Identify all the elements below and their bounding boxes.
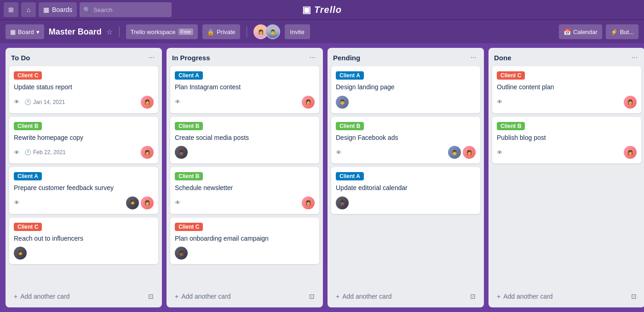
add-card-label: Add another card — [503, 293, 552, 300]
invite-button[interactable]: Invite — [285, 24, 310, 39]
calendar-icon: 📅 — [564, 29, 571, 35]
list-header: Done ··· — [489, 48, 644, 66]
card-avatars: 👩 — [141, 96, 154, 109]
add-card-button[interactable]: + Add another card ⊡ — [170, 289, 319, 304]
card-c4[interactable]: Client C Reach out to influencers 🧔 — [9, 218, 158, 265]
plus-icon: + — [175, 293, 178, 300]
card-avatars: 🧔 — [14, 247, 27, 260]
client-badge: Client A — [336, 172, 364, 180]
card-footer: 👁 👩 — [497, 146, 637, 159]
boards-button[interactable]: ▦ Boards — [39, 2, 77, 17]
client-badge: Client B — [175, 172, 203, 180]
client-badge: Client C — [497, 71, 525, 80]
card-avatar: 👩 — [463, 146, 476, 159]
board-menu-label: Board — [18, 29, 34, 35]
private-button[interactable]: 🔒 Private — [202, 24, 240, 39]
free-badge: Free — [178, 29, 194, 35]
calendar-button[interactable]: 📅 Calendar — [559, 24, 602, 39]
card-c7[interactable]: Client B Schedule newsletter 👁 👩 — [170, 167, 319, 214]
board-title: Master Board — [49, 27, 102, 37]
clock-icon: 🕐 — [24, 99, 31, 105]
card-c3[interactable]: Client A Prepare customer feedback surve… — [9, 167, 158, 214]
card-avatars: 👨 — [336, 96, 349, 109]
card-meta: 👁🕐Jan 14, 2021 — [14, 98, 65, 105]
list-header: To Do ··· — [6, 48, 162, 66]
card-title: Plan Instagram contest — [175, 83, 315, 92]
card-footer: 👁 👩 — [175, 96, 315, 109]
card-meta: 👁 — [14, 199, 20, 206]
list-inprogress: In Progress ··· Client A Plan Instagram … — [167, 48, 323, 307]
top-nav: ⊞ ⌂ ▦ Boards 🔍 ▣ Trello — [0, 0, 644, 20]
list-menu-button[interactable]: ··· — [147, 52, 156, 63]
card-avatars: 👨🏾 — [175, 247, 188, 260]
card-c8[interactable]: Client C Plan onboarding email campaign … — [170, 218, 319, 265]
card-meta: 👁 — [175, 98, 181, 105]
client-badge: Client B — [336, 122, 364, 130]
grid-menu-button[interactable]: ⊞ — [4, 2, 18, 17]
card-footer: 👨 — [336, 96, 476, 109]
card-c2[interactable]: Client B Rewrite homepage copy 👁🕐Feb 22,… — [9, 117, 158, 164]
client-badge: Client C — [175, 223, 203, 231]
card-avatar: 👩 — [141, 96, 154, 109]
client-badge: Client B — [497, 122, 525, 130]
card-date: 🕐Jan 14, 2021 — [24, 99, 65, 105]
workspace-button[interactable]: Trello workspace Free — [126, 24, 198, 39]
eye-icon: 👁 — [497, 98, 503, 105]
card-avatar: 👩 — [141, 196, 154, 209]
list-header: In Progress ··· — [167, 48, 323, 66]
lock-icon: 🔒 — [207, 29, 214, 35]
card-c6[interactable]: Client B Create social media posts 👨🏾 — [170, 117, 319, 164]
card-c12[interactable]: Client C Outline content plan 👁 👩 — [492, 66, 641, 113]
card-title: Publish blog post — [497, 133, 637, 143]
add-card-button[interactable]: + Add another card ⊡ — [9, 289, 158, 304]
card-c13[interactable]: Client B Publish blog post 👁 👩 — [492, 117, 641, 164]
card-c9[interactable]: Client A Design landing page 👨 — [331, 66, 480, 113]
cards-container: Client C Update status report 👁🕐Jan 14, … — [6, 66, 162, 286]
list-menu-button[interactable]: ··· — [308, 52, 317, 63]
card-c11[interactable]: Client A Update editorial calendar 👨🏾 — [331, 167, 480, 214]
card-avatar: 👩 — [302, 96, 315, 109]
card-footer: 👁 🧔👩 — [14, 196, 154, 209]
list-title: In Progress — [172, 54, 210, 62]
card-c1[interactable]: Client C Update status report 👁🕐Jan 14, … — [9, 66, 158, 113]
card-avatars: 👨👩 — [448, 146, 476, 159]
card-avatar: 👩 — [141, 146, 154, 159]
divider2 — [247, 26, 247, 37]
eye-icon: 👁 — [14, 98, 20, 105]
card-c5[interactable]: Client A Plan Instagram contest 👁 👩 — [170, 66, 319, 113]
card-title: Update status report — [14, 83, 154, 92]
client-badge: Client A — [336, 71, 364, 80]
card-avatar: 🧔 — [14, 247, 27, 260]
card-date: 🕐Feb 22, 2021 — [24, 149, 66, 156]
avatar-male: 👨 — [265, 24, 280, 39]
list-todo: To Do ··· Client C Update status report … — [6, 48, 162, 307]
divider — [119, 26, 120, 37]
trello-logo-text: Trello — [314, 5, 342, 15]
home-button[interactable]: ⌂ — [21, 2, 36, 17]
card-avatars: 👩 — [302, 96, 315, 109]
chevron-down-icon: ▾ — [36, 29, 40, 35]
card-avatar: 👨🏾 — [175, 247, 188, 260]
card-avatar: 👩 — [302, 196, 315, 209]
butler-button[interactable]: ⚡ But... — [606, 24, 638, 39]
card-avatars: 👩 — [624, 96, 637, 109]
card-c10[interactable]: Client B Design Facebook ads 👁 👨👩 — [331, 117, 480, 164]
add-card-button[interactable]: + Add another card ⊡ — [331, 289, 480, 304]
add-card-button[interactable]: + Add another card ⊡ — [492, 289, 641, 304]
star-button[interactable]: ☆ — [106, 28, 113, 36]
cards-container: Client A Plan Instagram contest 👁 👩 Clie… — [167, 66, 323, 286]
client-badge: Client B — [14, 122, 42, 130]
card-avatars: 👩 — [141, 146, 154, 159]
butler-icon: ⚡ — [610, 29, 618, 35]
list-menu-button[interactable]: ··· — [630, 52, 639, 63]
card-footer: 👨🏾 — [336, 196, 476, 209]
card-title: Update editorial calendar — [336, 184, 476, 193]
card-title: Create social media posts — [175, 133, 315, 143]
card-title: Design Facebook ads — [336, 133, 476, 143]
search-input[interactable] — [80, 2, 172, 17]
card-footer: 👨🏾 — [175, 146, 315, 159]
board-menu-button[interactable]: ▦ Board ▾ — [6, 24, 44, 39]
card-title: Outline content plan — [497, 83, 637, 92]
client-badge: Client B — [175, 122, 203, 130]
list-menu-button[interactable]: ··· — [469, 52, 478, 63]
